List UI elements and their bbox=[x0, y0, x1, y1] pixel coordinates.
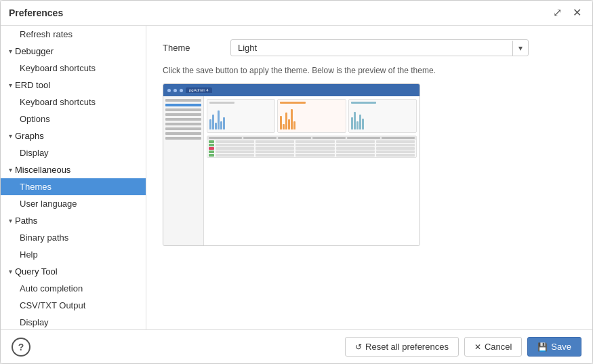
sidebar-label: Query Tool bbox=[15, 266, 58, 277]
preview-bar bbox=[212, 115, 214, 129]
sidebar-item-help[interactable]: Help bbox=[1, 246, 146, 263]
chevron-down-icon: ▾ bbox=[9, 81, 12, 89]
preview-table-cell bbox=[336, 147, 375, 150]
preview-table-row bbox=[207, 147, 416, 150]
save-button[interactable]: 💾 Save bbox=[527, 337, 581, 357]
preview-header-cell bbox=[312, 137, 346, 139]
sidebar-label: Display bbox=[20, 317, 49, 327]
preview-table-cell bbox=[216, 150, 254, 153]
reset-button[interactable]: ↺ Reset all preferences bbox=[345, 337, 459, 357]
sidebar-item-graphs[interactable]: ▾ Graphs bbox=[1, 127, 146, 144]
theme-select-value: Light bbox=[231, 40, 512, 56]
chevron-down-icon[interactable]: ▾ bbox=[512, 41, 528, 56]
preview-table-cell bbox=[255, 154, 294, 157]
sidebar-item-binary-paths[interactable]: Binary paths bbox=[1, 229, 146, 246]
sidebar-label: Help bbox=[20, 249, 38, 260]
preview-bar bbox=[209, 119, 211, 129]
preview-table-header bbox=[207, 136, 416, 140]
sidebar-item-debugger-keyboard[interactable]: Keyboard shortcuts bbox=[1, 60, 146, 77]
sidebar-label: Graphs bbox=[15, 131, 44, 141]
preview-chart-title bbox=[209, 102, 234, 104]
reset-label: Reset all preferences bbox=[365, 342, 449, 352]
preview-topbar: pgAdmin 4 bbox=[163, 84, 420, 96]
preview-table bbox=[207, 136, 417, 158]
preview-table-cell bbox=[295, 154, 334, 157]
sidebar-item-query-tool[interactable]: ▾ Query Tool bbox=[1, 263, 146, 280]
preview-main bbox=[204, 96, 420, 245]
sidebar-item-themes[interactable]: Themes bbox=[1, 178, 146, 195]
preview-table-cell bbox=[376, 144, 415, 146]
preview-table-cell bbox=[376, 147, 415, 150]
preview-header-cell bbox=[243, 137, 277, 139]
dialog-header: Preferences ⤢ ✕ bbox=[1, 1, 592, 26]
preview-inner: pgAdmin 4 bbox=[163, 84, 420, 245]
preview-body bbox=[163, 96, 420, 245]
chevron-down-icon: ▾ bbox=[9, 217, 12, 224]
preview-bar bbox=[354, 112, 356, 129]
preview-table-cell bbox=[295, 144, 334, 146]
sidebar-item-erd-tool[interactable]: ▾ ERD tool bbox=[1, 77, 146, 94]
dialog-body: Refresh rates ▾ Debugger Keyboard shortc… bbox=[1, 26, 592, 329]
preview-table-cell bbox=[376, 140, 415, 143]
theme-field-row: Theme Light ▾ bbox=[163, 39, 576, 56]
theme-hint: Click the save button to apply the theme… bbox=[163, 66, 502, 75]
chevron-down-icon: ▾ bbox=[9, 166, 12, 174]
cancel-label: Cancel bbox=[485, 342, 512, 352]
save-label: Save bbox=[551, 342, 571, 352]
preview-table-cell bbox=[209, 154, 214, 157]
save-icon: 💾 bbox=[537, 342, 548, 352]
close-button[interactable]: ✕ bbox=[570, 6, 584, 20]
theme-label: Theme bbox=[163, 43, 230, 53]
help-button[interactable]: ? bbox=[12, 338, 30, 357]
preview-sidebar-item bbox=[165, 108, 201, 111]
preview-table-cell bbox=[376, 154, 415, 157]
expand-button[interactable]: ⤢ bbox=[550, 6, 565, 20]
preview-bar bbox=[291, 109, 293, 129]
sidebar: Refresh rates ▾ Debugger Keyboard shortc… bbox=[1, 26, 146, 329]
sidebar-item-refresh-rates[interactable]: Refresh rates bbox=[1, 26, 146, 43]
preview-table-cell bbox=[255, 147, 294, 150]
preview-table-cell bbox=[255, 144, 294, 146]
preview-table-cell bbox=[216, 154, 254, 157]
preview-header-cell bbox=[382, 137, 415, 139]
preview-table-cell bbox=[295, 140, 334, 143]
preview-table-cell bbox=[209, 144, 214, 146]
preview-table-row bbox=[207, 154, 416, 157]
theme-select[interactable]: Light ▾ bbox=[230, 39, 529, 56]
preview-header-cell bbox=[278, 137, 311, 139]
sidebar-item-auto-completion[interactable]: Auto completion bbox=[1, 280, 146, 297]
preview-table-cell bbox=[336, 144, 375, 146]
preview-bars bbox=[280, 106, 343, 129]
preview-bar bbox=[359, 115, 361, 129]
preview-bar bbox=[288, 119, 290, 129]
preview-table-row bbox=[207, 150, 416, 153]
sidebar-item-graphs-display[interactable]: Display bbox=[1, 144, 146, 161]
sidebar-label: Options bbox=[20, 114, 50, 124]
sidebar-item-miscellaneous[interactable]: ▾ Miscellaneous bbox=[1, 161, 146, 178]
sidebar-label: Auto completion bbox=[20, 283, 83, 294]
sidebar-item-paths[interactable]: ▾ Paths bbox=[1, 212, 146, 229]
preview-header-cell bbox=[347, 137, 380, 139]
preview-dot bbox=[173, 89, 177, 92]
cancel-icon: ✕ bbox=[474, 342, 481, 352]
sidebar-item-erd-keyboard[interactable]: Keyboard shortcuts bbox=[1, 94, 146, 110]
preview-table-cell bbox=[336, 150, 375, 153]
preview-tab: pgAdmin 4 bbox=[186, 87, 212, 93]
sidebar-item-erd-options[interactable]: Options bbox=[1, 110, 146, 127]
sidebar-item-debugger[interactable]: ▾ Debugger bbox=[1, 43, 146, 60]
theme-preview: pgAdmin 4 bbox=[163, 83, 420, 246]
preview-table-cell bbox=[209, 140, 214, 143]
sidebar-label: Miscellaneous bbox=[15, 165, 70, 175]
sidebar-item-csv-txt[interactable]: CSV/TXT Output bbox=[1, 297, 146, 314]
preview-table-cell bbox=[209, 147, 214, 150]
sidebar-item-user-language[interactable]: User language bbox=[1, 195, 146, 212]
preview-sidebar-item bbox=[165, 137, 201, 140]
preview-charts bbox=[207, 99, 417, 133]
preview-bar bbox=[293, 121, 295, 129]
sidebar-item-display[interactable]: Display bbox=[1, 314, 146, 329]
preview-table-cell bbox=[216, 144, 254, 146]
chevron-down-icon: ▾ bbox=[9, 132, 12, 140]
cancel-button[interactable]: ✕ Cancel bbox=[464, 337, 522, 357]
preferences-dialog: Preferences ⤢ ✕ Refresh rates ▾ Debugger… bbox=[0, 0, 593, 364]
preview-table-row bbox=[207, 144, 416, 146]
